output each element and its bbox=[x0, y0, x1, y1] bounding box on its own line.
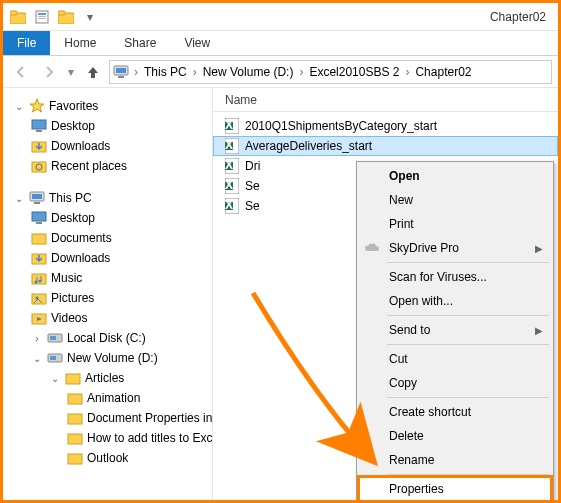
column-name[interactable]: Name bbox=[225, 93, 257, 107]
file-row[interactable]: X 2010Q1ShipmentsByCategory_start bbox=[213, 116, 558, 136]
tree-thispc[interactable]: ⌄ This PC bbox=[7, 188, 208, 208]
videos-icon bbox=[31, 311, 47, 325]
svg-rect-10 bbox=[118, 76, 124, 78]
music-icon bbox=[31, 271, 47, 285]
tree-label: This PC bbox=[49, 191, 92, 205]
menu-separator bbox=[387, 474, 549, 475]
svg-rect-12 bbox=[36, 130, 42, 132]
excel-icon: X bbox=[225, 118, 239, 134]
menu-separator bbox=[387, 315, 549, 316]
tree-label: Animation bbox=[87, 391, 140, 405]
file-row[interactable]: X AverageDeliveries_start bbox=[213, 136, 558, 156]
tree-item-videos[interactable]: Videos bbox=[7, 308, 208, 328]
tree-favorites[interactable]: ⌄ Favorites bbox=[7, 96, 208, 116]
breadcrumb-segment[interactable]: Chapter02 bbox=[411, 65, 475, 79]
tree-item-pictures[interactable]: Pictures bbox=[7, 288, 208, 308]
svg-rect-11 bbox=[32, 120, 46, 129]
svg-text:X: X bbox=[225, 118, 233, 132]
tab-view[interactable]: View bbox=[170, 31, 224, 55]
tree-label: Desktop bbox=[51, 211, 95, 225]
collapse-icon[interactable]: ⌄ bbox=[49, 373, 61, 384]
collapse-icon[interactable]: ⌄ bbox=[13, 101, 25, 112]
folder-icon bbox=[67, 451, 83, 465]
breadcrumb-segment[interactable]: New Volume (D:) bbox=[199, 65, 298, 79]
menu-properties[interactable]: Properties bbox=[359, 477, 551, 501]
menu-scan[interactable]: Scan for Viruses... bbox=[359, 265, 551, 289]
cloud-icon bbox=[363, 239, 381, 257]
tree-item-folder[interactable]: Document Properties in Excel bbox=[7, 408, 208, 428]
tree-item-music[interactable]: Music bbox=[7, 268, 208, 288]
tree-label: Favorites bbox=[49, 99, 98, 113]
tree-item-desktop[interactable]: Desktop bbox=[7, 208, 208, 228]
menu-openwith[interactable]: Open with... bbox=[359, 289, 551, 313]
tree-label: New Volume (D:) bbox=[67, 351, 158, 365]
tree-item-folder[interactable]: Outlook bbox=[7, 448, 208, 468]
tree-item-downloads[interactable]: Downloads bbox=[7, 248, 208, 268]
chevron-right-icon[interactable]: › bbox=[132, 65, 140, 79]
new-folder-icon[interactable] bbox=[55, 6, 77, 28]
menu-open[interactable]: Open bbox=[359, 164, 551, 188]
chevron-right-icon[interactable]: › bbox=[297, 65, 305, 79]
tree-item-folder[interactable]: How to add titles to Excel charts bbox=[7, 428, 208, 448]
breadcrumb-segment[interactable]: Excel2010SBS 2 bbox=[305, 65, 403, 79]
tree-label: Pictures bbox=[51, 291, 94, 305]
menu-shortcut[interactable]: Create shortcut bbox=[359, 400, 551, 424]
svg-point-24 bbox=[35, 281, 38, 284]
tree-item-local-disk[interactable]: ›Local Disk (C:) bbox=[7, 328, 208, 348]
menu-label: Send to bbox=[389, 323, 430, 337]
svg-rect-34 bbox=[68, 394, 82, 404]
tree-item-articles[interactable]: ⌄Articles bbox=[7, 368, 208, 388]
chevron-down-icon[interactable]: ▾ bbox=[79, 6, 101, 28]
forward-button[interactable] bbox=[37, 60, 61, 84]
menu-rename[interactable]: Rename bbox=[359, 448, 551, 472]
svg-rect-21 bbox=[32, 234, 46, 244]
tree-label: Desktop bbox=[51, 119, 95, 133]
menu-label: New bbox=[389, 193, 413, 207]
column-header[interactable]: Name bbox=[213, 88, 558, 112]
menu-sendto[interactable]: Send to▶ bbox=[359, 318, 551, 342]
recent-icon bbox=[31, 159, 47, 173]
menu-label: Cut bbox=[389, 352, 408, 366]
downloads-icon bbox=[31, 251, 47, 265]
svg-rect-17 bbox=[32, 194, 42, 199]
tree-item-recent[interactable]: Recent places bbox=[7, 156, 208, 176]
tree-item-downloads[interactable]: Downloads bbox=[7, 136, 208, 156]
titlebar: ▾ Chapter02 bbox=[3, 3, 558, 31]
drive-icon bbox=[47, 332, 63, 344]
tree-item-desktop[interactable]: Desktop bbox=[7, 116, 208, 136]
tree-label: Articles bbox=[85, 371, 124, 385]
menu-delete[interactable]: Delete bbox=[359, 424, 551, 448]
menu-cut[interactable]: Cut bbox=[359, 347, 551, 371]
recent-dropdown[interactable]: ▾ bbox=[65, 60, 77, 84]
desktop-icon bbox=[31, 211, 47, 225]
menu-skydrive[interactable]: SkyDrive Pro ▶ bbox=[359, 236, 551, 260]
tree-item-new-volume[interactable]: ⌄New Volume (D:) bbox=[7, 348, 208, 368]
menu-copy[interactable]: Copy bbox=[359, 371, 551, 395]
menu-separator bbox=[387, 344, 549, 345]
tab-file[interactable]: File bbox=[3, 31, 50, 55]
folder-icon bbox=[67, 391, 83, 405]
submenu-arrow-icon: ▶ bbox=[535, 243, 543, 254]
svg-point-25 bbox=[39, 280, 42, 283]
tree-label: How to add titles to Excel charts bbox=[87, 431, 213, 445]
expand-icon[interactable]: › bbox=[31, 333, 43, 344]
downloads-icon bbox=[31, 139, 47, 153]
svg-text:X: X bbox=[225, 178, 233, 192]
chevron-right-icon[interactable]: › bbox=[191, 65, 199, 79]
tree-item-folder[interactable]: Animation bbox=[7, 388, 208, 408]
collapse-icon[interactable]: ⌄ bbox=[13, 193, 25, 204]
up-button[interactable] bbox=[81, 60, 105, 84]
breadcrumb-segment[interactable]: This PC bbox=[140, 65, 191, 79]
tree-item-documents[interactable]: Documents bbox=[7, 228, 208, 248]
folder-icon bbox=[67, 411, 83, 425]
navigation-pane: ⌄ Favorites Desktop Downloads Recent pla… bbox=[3, 88, 213, 500]
menu-print[interactable]: Print bbox=[359, 212, 551, 236]
properties-icon[interactable] bbox=[31, 6, 53, 28]
tab-home[interactable]: Home bbox=[50, 31, 110, 55]
chevron-right-icon[interactable]: › bbox=[403, 65, 411, 79]
tab-share[interactable]: Share bbox=[110, 31, 170, 55]
back-button[interactable] bbox=[9, 60, 33, 84]
collapse-icon[interactable]: ⌄ bbox=[31, 353, 43, 364]
menu-new[interactable]: New bbox=[359, 188, 551, 212]
breadcrumb[interactable]: › This PC › New Volume (D:) › Excel2010S… bbox=[109, 60, 552, 84]
